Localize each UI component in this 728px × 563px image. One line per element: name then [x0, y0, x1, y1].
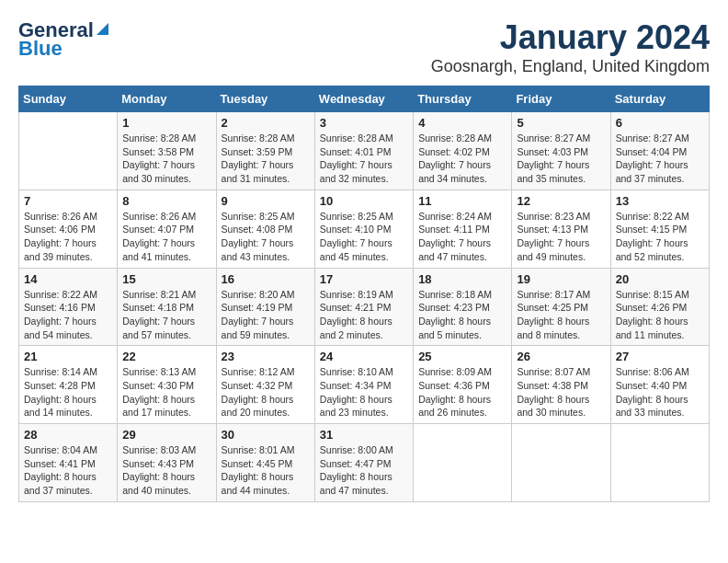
day-info: Sunrise: 8:10 AMSunset: 4:34 PMDaylight:… [320, 365, 408, 419]
table-row: 3Sunrise: 8:28 AMSunset: 4:01 PMDaylight… [314, 112, 413, 190]
day-info: Sunrise: 8:21 AMSunset: 4:18 PMDaylight:… [122, 288, 210, 342]
day-info: Sunrise: 8:01 AMSunset: 4:45 PMDaylight:… [222, 443, 310, 498]
day-number: 29 [122, 428, 210, 442]
calendar-week-row: 14Sunrise: 8:22 AMSunset: 4:16 PMDayligh… [19, 268, 710, 346]
day-info: Sunrise: 8:28 AMSunset: 4:02 PMDaylight:… [418, 132, 506, 186]
logo-arrow-icon [97, 23, 108, 35]
day-number: 10 [320, 194, 408, 208]
calendar-week-row: 28Sunrise: 8:04 AMSunset: 4:41 PMDayligh… [19, 424, 710, 502]
table-row: 16Sunrise: 8:20 AMSunset: 4:19 PMDayligh… [216, 268, 314, 346]
day-number: 16 [222, 272, 310, 286]
header-sunday: Sunday [19, 86, 118, 112]
table-row: 23Sunrise: 8:12 AMSunset: 4:32 PMDayligh… [216, 346, 314, 424]
day-number: 11 [418, 194, 506, 208]
day-number: 15 [122, 272, 210, 286]
day-info: Sunrise: 8:22 AMSunset: 4:15 PMDaylight:… [616, 210, 704, 264]
table-row: 2Sunrise: 8:28 AMSunset: 3:59 PMDaylight… [216, 112, 314, 190]
header-tuesday: Tuesday [216, 86, 314, 112]
table-row [19, 112, 118, 190]
table-row: 19Sunrise: 8:17 AMSunset: 4:25 PMDayligh… [512, 268, 610, 346]
table-row: 15Sunrise: 8:21 AMSunset: 4:18 PMDayligh… [118, 268, 216, 346]
day-number: 4 [418, 116, 506, 130]
table-row [512, 424, 610, 502]
day-info: Sunrise: 8:28 AMSunset: 4:01 PMDaylight:… [320, 132, 408, 186]
day-number: 17 [320, 272, 408, 286]
day-number: 30 [222, 428, 310, 442]
day-number: 18 [418, 272, 506, 286]
logo-blue: Blue [18, 37, 63, 61]
day-info: Sunrise: 8:27 AMSunset: 4:04 PMDaylight:… [616, 132, 704, 186]
day-number: 3 [320, 116, 408, 130]
page-subtitle: Goosnargh, England, United Kingdom [431, 57, 710, 76]
day-number: 31 [320, 428, 408, 442]
header-saturday: Saturday [610, 86, 709, 112]
header-wednesday: Wednesday [314, 86, 413, 112]
table-row: 10Sunrise: 8:25 AMSunset: 4:10 PMDayligh… [314, 190, 413, 268]
day-number: 24 [320, 350, 408, 363]
table-row: 11Sunrise: 8:24 AMSunset: 4:11 PMDayligh… [414, 190, 512, 268]
table-row: 14Sunrise: 8:22 AMSunset: 4:16 PMDayligh… [19, 268, 118, 346]
table-row: 1Sunrise: 8:28 AMSunset: 3:58 PMDaylight… [118, 112, 216, 190]
calendar-week-row: 1Sunrise: 8:28 AMSunset: 3:58 PMDaylight… [19, 112, 710, 190]
table-row: 8Sunrise: 8:26 AMSunset: 4:07 PMDaylight… [118, 190, 216, 268]
day-number: 1 [122, 116, 210, 130]
day-number: 19 [517, 272, 605, 286]
day-number: 2 [222, 116, 310, 130]
day-info: Sunrise: 8:17 AMSunset: 4:25 PMDaylight:… [517, 288, 605, 342]
day-info: Sunrise: 8:27 AMSunset: 4:03 PMDaylight:… [517, 132, 605, 186]
day-info: Sunrise: 8:04 AMSunset: 4:41 PMDaylight:… [24, 443, 112, 498]
day-info: Sunrise: 8:15 AMSunset: 4:26 PMDaylight:… [616, 288, 704, 342]
day-number: 8 [122, 194, 210, 208]
day-info: Sunrise: 8:20 AMSunset: 4:19 PMDaylight:… [222, 288, 310, 342]
table-row: 6Sunrise: 8:27 AMSunset: 4:04 PMDaylight… [610, 112, 709, 190]
table-row: 26Sunrise: 8:07 AMSunset: 4:38 PMDayligh… [512, 346, 610, 424]
day-number: 22 [122, 350, 210, 363]
day-info: Sunrise: 8:22 AMSunset: 4:16 PMDaylight:… [24, 288, 112, 342]
calendar-week-row: 21Sunrise: 8:14 AMSunset: 4:28 PMDayligh… [19, 346, 710, 424]
day-number: 6 [616, 116, 704, 130]
day-number: 28 [24, 428, 112, 442]
day-number: 12 [517, 194, 605, 208]
day-info: Sunrise: 8:07 AMSunset: 4:38 PMDaylight:… [517, 365, 605, 419]
day-number: 14 [24, 272, 112, 286]
day-info: Sunrise: 8:28 AMSunset: 3:59 PMDaylight:… [222, 132, 310, 186]
header-monday: Monday [118, 86, 216, 112]
title-block: January 2024 Goosnargh, England, United … [431, 18, 710, 76]
header-friday: Friday [512, 86, 610, 112]
calendar-table: Sunday Monday Tuesday Wednesday Thursday… [18, 86, 710, 502]
table-row: 5Sunrise: 8:27 AMSunset: 4:03 PMDaylight… [512, 112, 610, 190]
table-row: 9Sunrise: 8:25 AMSunset: 4:08 PMDaylight… [216, 190, 314, 268]
day-info: Sunrise: 8:12 AMSunset: 4:32 PMDaylight:… [222, 365, 310, 419]
day-number: 20 [616, 272, 704, 286]
table-row: 31Sunrise: 8:00 AMSunset: 4:47 PMDayligh… [314, 424, 413, 502]
day-info: Sunrise: 8:13 AMSunset: 4:30 PMDaylight:… [122, 365, 210, 419]
day-info: Sunrise: 8:09 AMSunset: 4:36 PMDaylight:… [418, 365, 506, 419]
day-number: 27 [616, 350, 704, 363]
day-info: Sunrise: 8:06 AMSunset: 4:40 PMDaylight:… [616, 365, 704, 419]
table-row: 18Sunrise: 8:18 AMSunset: 4:23 PMDayligh… [414, 268, 512, 346]
day-number: 5 [517, 116, 605, 130]
day-info: Sunrise: 8:19 AMSunset: 4:21 PMDaylight:… [320, 288, 408, 342]
table-row: 21Sunrise: 8:14 AMSunset: 4:28 PMDayligh… [19, 346, 118, 424]
table-row: 12Sunrise: 8:23 AMSunset: 4:13 PMDayligh… [512, 190, 610, 268]
logo: General Blue [18, 18, 108, 61]
table-row: 4Sunrise: 8:28 AMSunset: 4:02 PMDaylight… [414, 112, 512, 190]
table-row: 20Sunrise: 8:15 AMSunset: 4:26 PMDayligh… [610, 268, 709, 346]
day-info: Sunrise: 8:25 AMSunset: 4:10 PMDaylight:… [320, 210, 408, 264]
day-info: Sunrise: 8:26 AMSunset: 4:07 PMDaylight:… [122, 210, 210, 264]
day-number: 25 [418, 350, 506, 363]
table-row: 13Sunrise: 8:22 AMSunset: 4:15 PMDayligh… [610, 190, 709, 268]
table-row [414, 424, 512, 502]
day-number: 26 [517, 350, 605, 363]
page-title: January 2024 [431, 18, 710, 57]
table-row: 30Sunrise: 8:01 AMSunset: 4:45 PMDayligh… [216, 424, 314, 502]
day-info: Sunrise: 8:26 AMSunset: 4:06 PMDaylight:… [24, 210, 112, 264]
day-info: Sunrise: 8:00 AMSunset: 4:47 PMDaylight:… [320, 443, 408, 498]
day-info: Sunrise: 8:23 AMSunset: 4:13 PMDaylight:… [517, 210, 605, 264]
day-info: Sunrise: 8:28 AMSunset: 3:58 PMDaylight:… [122, 132, 210, 186]
table-row: 27Sunrise: 8:06 AMSunset: 4:40 PMDayligh… [610, 346, 709, 424]
table-row: 29Sunrise: 8:03 AMSunset: 4:43 PMDayligh… [118, 424, 216, 502]
day-info: Sunrise: 8:25 AMSunset: 4:08 PMDaylight:… [222, 210, 310, 264]
day-info: Sunrise: 8:14 AMSunset: 4:28 PMDaylight:… [24, 365, 112, 419]
table-row [610, 424, 709, 502]
